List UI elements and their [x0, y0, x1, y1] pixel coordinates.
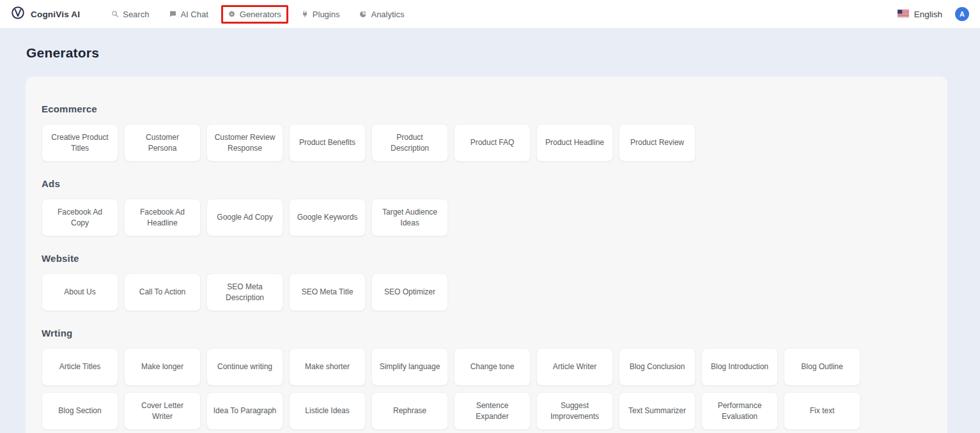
nav-item-label: AI Chat	[180, 10, 208, 19]
nav-item-ai-chat[interactable]: AI Chat	[162, 5, 215, 24]
generator-button-creative-product-titles[interactable]: Creative Product Titles	[42, 124, 118, 162]
generator-button-target-audience-ideas[interactable]: Target Audience Ideas	[371, 199, 448, 236]
generator-button-seo-meta-description[interactable]: SEO Meta Description	[206, 273, 283, 311]
section-heading: Ecommerce	[42, 103, 931, 114]
generator-button-call-to-action[interactable]: Call To Action	[124, 273, 201, 311]
topbar-right: English A	[898, 7, 969, 21]
us-flag-icon	[898, 10, 909, 19]
generator-row: Creative Product TitlesCustomer PersonaC…	[42, 124, 931, 162]
generator-button-suggest-improvements[interactable]: Suggest Improvements	[536, 392, 613, 430]
avatar[interactable]: A	[955, 7, 969, 21]
generator-button-idea-to-paragraph[interactable]: Idea To Paragraph	[206, 392, 283, 430]
generator-button-performance-evaluation[interactable]: Performance Evaluation	[701, 392, 778, 430]
section-wrting: WrtingArticle TitlesMake longerContinue …	[42, 328, 931, 430]
generator-row: About UsCall To ActionSEO Meta Descripti…	[42, 273, 931, 311]
generator-button-customer-persona[interactable]: Customer Persona	[124, 124, 201, 162]
generator-button-blog-outline[interactable]: Blog Outline	[784, 348, 860, 386]
nav-item-label: Analytics	[371, 10, 404, 19]
generator-button-fix-text[interactable]: Fix text	[784, 392, 860, 430]
page-title: Generators	[26, 45, 980, 61]
generator-button-blog-conclusion[interactable]: Blog Conclusion	[619, 348, 696, 386]
section-heading: Website	[42, 253, 931, 264]
generator-button-make-longer[interactable]: Make longer	[124, 348, 201, 386]
section-ecommerce: EcommerceCreative Product TitlesCustomer…	[42, 103, 931, 162]
generator-button-facebook-ad-headline[interactable]: Facebook Ad Headline	[124, 199, 201, 236]
gear-icon	[228, 10, 236, 18]
pie-chart-icon	[359, 10, 367, 18]
generator-button-product-review[interactable]: Product Review	[619, 124, 696, 162]
chat-icon	[169, 10, 176, 18]
generator-button-make-shorter[interactable]: Make shorter	[289, 348, 366, 386]
language-label: English	[914, 10, 942, 19]
section-heading: Ads	[42, 178, 931, 189]
nav-item-analytics[interactable]: Analytics	[352, 5, 411, 24]
generator-button-seo-meta-title[interactable]: SEO Meta Title	[289, 273, 366, 311]
nav-item-label: Plugins	[313, 10, 340, 19]
language-selector[interactable]: English	[898, 10, 942, 19]
generators-card: EcommerceCreative Product TitlesCustomer…	[26, 77, 947, 433]
generator-button-change-tone[interactable]: Change tone	[454, 348, 531, 386]
generator-button-continue-writing[interactable]: Continue writing	[206, 348, 283, 386]
generator-button-article-writer[interactable]: Article Writer	[536, 348, 613, 386]
generator-button-text-summarizer[interactable]: Text Summarizer	[619, 392, 696, 430]
search-icon	[111, 10, 119, 18]
nav-item-search[interactable]: Search	[104, 5, 156, 24]
generator-row: Facebook Ad CopyFacebook Ad HeadlineGoog…	[42, 199, 931, 236]
generator-button-customer-review-response[interactable]: Customer Review Response	[206, 124, 283, 162]
section-website: WebsiteAbout UsCall To ActionSEO Meta De…	[42, 253, 931, 311]
section-heading: Wrting	[42, 328, 931, 338]
nav-item-plugins[interactable]: Plugins	[294, 5, 347, 24]
generator-button-facebook-ad-copy[interactable]: Facebook Ad Copy	[42, 199, 118, 236]
generator-button-simplify-language[interactable]: Simplify language	[371, 348, 448, 386]
generator-button-google-keywords[interactable]: Google Keywords	[289, 199, 366, 236]
section-ads: AdsFacebook Ad CopyFacebook Ad HeadlineG…	[42, 178, 931, 236]
generator-button-sentence-expander[interactable]: Sentence Expander	[454, 392, 531, 430]
plug-icon	[301, 10, 309, 18]
generator-button-article-titles[interactable]: Article Titles	[42, 348, 118, 386]
generator-button-product-faq[interactable]: Product FAQ	[454, 124, 531, 162]
generator-button-seo-optimizer[interactable]: SEO Optimizer	[371, 273, 448, 311]
nav-item-generators[interactable]: Generators	[221, 5, 288, 24]
generator-row: Article TitlesMake longerContinue writin…	[42, 348, 931, 430]
generator-button-cover-letter-writer[interactable]: Cover Letter Writer	[124, 392, 201, 430]
cognivis-logo-icon	[11, 6, 25, 22]
generator-button-product-headline[interactable]: Product Headline	[536, 124, 613, 162]
brand-name: CogniVis AI	[31, 10, 80, 19]
generator-button-blog-introduction[interactable]: Blog Introduction	[701, 348, 778, 386]
generator-button-product-description[interactable]: Product Description	[371, 124, 448, 162]
main-content: Generators EcommerceCreative Product Tit…	[0, 45, 980, 433]
generator-button-rephrase[interactable]: Rephrase	[371, 392, 448, 430]
nav-item-label: Search	[123, 10, 149, 19]
main-nav: SearchAI ChatGeneratorsPluginsAnalytics	[104, 5, 411, 24]
brand[interactable]: CogniVis AI	[11, 6, 80, 22]
nav-item-label: Generators	[240, 10, 281, 19]
generator-button-product-benefits[interactable]: Product Benefits	[289, 124, 366, 162]
topbar: CogniVis AI SearchAI ChatGeneratorsPlugi…	[0, 0, 980, 29]
generator-button-about-us[interactable]: About Us	[42, 273, 118, 311]
generator-button-blog-section[interactable]: Blog Section	[42, 392, 118, 430]
generator-button-google-ad-copy[interactable]: Google Ad Copy	[206, 199, 283, 236]
generator-button-listicle-ideas[interactable]: Listicle Ideas	[289, 392, 366, 430]
